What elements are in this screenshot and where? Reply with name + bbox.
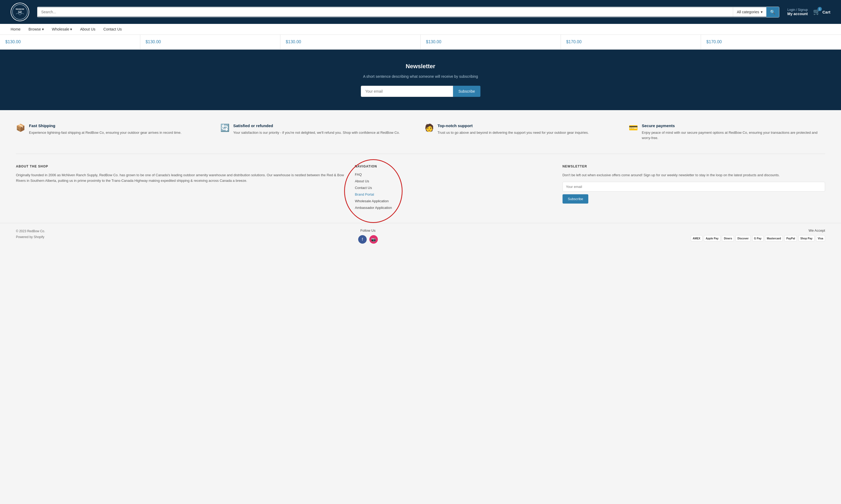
feature-top-notch: 🧑 Top-notch support Trust us to go above… <box>425 123 621 140</box>
payment-shop-pay: Shop Pay <box>799 235 814 241</box>
nav-item-home[interactable]: Home <box>11 27 20 31</box>
newsletter-subscribe-button[interactable]: Subscribe <box>453 86 480 97</box>
navigation: Home Browse ▾ Wholesale ▾ About Us Conta… <box>0 24 841 35</box>
feature-satisfied-desc: Your satisfaction is our priority - if y… <box>233 130 400 136</box>
footer-nav-faq[interactable]: FAQ <box>355 173 552 177</box>
nav-wholesale-label: Wholesale <box>52 27 69 31</box>
payment-icon: 💳 <box>629 123 638 132</box>
footer-about-title: ABOUT THE SHOP <box>16 165 344 168</box>
footer-about-col: ABOUT THE SHOP Originally founded in 200… <box>16 165 344 212</box>
logo-icon: REDBOW CO <box>12 4 28 20</box>
feature-payment-title: Secure payments <box>642 123 825 128</box>
svg-text:REDBOW: REDBOW <box>16 8 24 10</box>
search-area: All categories ▾ 🔍 <box>37 7 779 18</box>
account-area[interactable]: Login / Signup My account <box>787 8 808 16</box>
cart-area[interactable]: 🛒 1 Cart <box>813 8 830 15</box>
wholesale-chevron-icon: ▾ <box>70 27 72 31</box>
chevron-down-icon: ▾ <box>761 10 762 14</box>
header: REDBOW CO All categories ▾ 🔍 Login / Sig… <box>0 0 841 24</box>
feature-payment-desc: Enjoy peace of mind with our secure paym… <box>642 130 825 140</box>
category-label: All categories <box>737 10 759 14</box>
price-cell-6: $170.00 <box>701 35 841 49</box>
payment-visa: Visa <box>816 235 825 241</box>
payment-diners: Diners <box>722 235 734 241</box>
payment-discover: Discover <box>736 235 750 241</box>
footer-nav-contact[interactable]: Contact Us <box>355 186 552 190</box>
feature-satisfied-content: Satisfied or refunded Your satisfaction … <box>233 123 400 136</box>
footer-nav-about[interactable]: About Us <box>355 179 552 183</box>
header-right: Login / Signup My account 🛒 1 Cart <box>787 8 830 16</box>
price-cell-1: $130.00 <box>0 35 140 49</box>
feature-satisfied-title: Satisfied or refunded <box>233 123 400 128</box>
cart-badge: 1 <box>818 7 822 11</box>
bottom-center: Follow Us f 📷 <box>358 229 378 244</box>
footer-newsletter-col: NEWSLETTER Don't be left out when exclus… <box>563 165 825 212</box>
features-section: 📦 Fast Shipping Experience lightning-fas… <box>0 110 841 154</box>
follow-us-label: Follow Us <box>360 229 376 233</box>
payment-gpay: G Pay <box>752 235 763 241</box>
bottom-left: © 2023 RedBow Co. Powered by Shopify <box>16 229 45 240</box>
footer-nav-wholesale[interactable]: Wholesale Application <box>355 199 552 203</box>
we-accept-label: We Accept <box>809 229 825 233</box>
footer-nav-brand-portal[interactable]: Brand Portal <box>355 193 552 196</box>
logo[interactable]: REDBOW CO <box>11 3 29 21</box>
payment-mastercard: Mastercard <box>765 235 783 241</box>
footer-nav-ambassador[interactable]: Ambassador Application <box>355 206 552 210</box>
newsletter-title: Newsletter <box>11 63 830 70</box>
search-input[interactable] <box>37 7 733 17</box>
category-dropdown[interactable]: All categories ▾ <box>733 7 766 17</box>
price-cell-3: $130.00 <box>280 35 420 49</box>
satisfied-icon: 🔄 <box>220 123 229 132</box>
payment-apple-pay: Apple Pay <box>704 235 720 241</box>
footer-nav-title: NAVIGATION <box>355 165 552 168</box>
payment-icons: AMEX Apple Pay Diners Discover G Pay Mas… <box>691 235 825 241</box>
footer-newsletter-email-input[interactable] <box>563 182 825 192</box>
newsletter-form: Subscribe <box>361 86 480 97</box>
footer: ABOUT THE SHOP Originally founded in 200… <box>0 154 841 223</box>
nav-browse-label: Browse <box>29 27 41 31</box>
nav-item-browse[interactable]: Browse ▾ <box>29 27 44 31</box>
facebook-icon[interactable]: f <box>358 235 367 244</box>
newsletter-email-input[interactable] <box>361 86 453 97</box>
price-row: $130.00 $130.00 $130.00 $130.00 $170.00 … <box>0 35 841 50</box>
bottom-right: We Accept AMEX Apple Pay Diners Discover… <box>691 229 825 241</box>
fast-shipping-icon: 📦 <box>16 123 25 132</box>
feature-satisfied-refunded: 🔄 Satisfied or refunded Your satisfactio… <box>220 123 417 140</box>
annotation-circle <box>344 159 402 223</box>
feature-secure-payments: 💳 Secure payments Enjoy peace of mind wi… <box>629 123 825 140</box>
feature-support-desc: Trust us to go above and beyond in deliv… <box>437 130 589 136</box>
support-icon: 🧑 <box>425 123 434 132</box>
search-icon: 🔍 <box>770 10 775 14</box>
footer-about-text: Originally founded in 2006 as McNiven Ra… <box>16 173 344 184</box>
price-cell-2: $130.00 <box>140 35 280 49</box>
cart-icon-wrap: 🛒 1 <box>813 8 820 15</box>
footer-newsletter-subscribe-button[interactable]: Subscribe <box>563 194 588 203</box>
nav-item-wholesale[interactable]: Wholesale ▾ <box>52 27 72 31</box>
feature-fast-shipping-content: Fast Shipping Experience lightning-fast … <box>29 123 182 136</box>
price-cell-5: $170.00 <box>561 35 701 49</box>
feature-fast-shipping-desc: Experience lightning-fast shipping at Re… <box>29 130 182 136</box>
feature-payment-content: Secure payments Enjoy peace of mind with… <box>642 123 825 140</box>
payment-amex: AMEX <box>691 235 702 241</box>
my-account-label: My account <box>787 12 808 16</box>
footer-newsletter-desc: Don't be left out when exclusive offers … <box>563 173 825 178</box>
bottom-bar: © 2023 RedBow Co. Powered by Shopify Fol… <box>0 223 841 249</box>
price-cell-4: $130.00 <box>420 35 561 49</box>
nav-item-contact[interactable]: Contact Us <box>103 27 122 31</box>
social-icons: f 📷 <box>358 235 378 244</box>
newsletter-description: A short sentence describing what someone… <box>11 73 830 79</box>
feature-support-content: Top-notch support Trust us to go above a… <box>437 123 589 136</box>
footer-newsletter-title: NEWSLETTER <box>563 165 825 168</box>
powered-by-text: Powered by Shopify <box>16 234 45 240</box>
copyright-text: © 2023 RedBow Co. <box>16 229 45 234</box>
feature-fast-shipping: 📦 Fast Shipping Experience lightning-fas… <box>16 123 212 140</box>
payment-paypal: PayPal <box>785 235 797 241</box>
search-button[interactable]: 🔍 <box>766 7 779 17</box>
newsletter-section: Newsletter A short sentence describing w… <box>0 50 841 110</box>
instagram-icon[interactable]: 📷 <box>370 235 378 244</box>
browse-chevron-icon: ▾ <box>42 27 44 31</box>
nav-item-about[interactable]: About Us <box>80 27 96 31</box>
login-signup-label: Login / Signup <box>787 8 808 12</box>
feature-support-title: Top-notch support <box>437 123 589 128</box>
logo-area: REDBOW CO <box>11 3 29 21</box>
